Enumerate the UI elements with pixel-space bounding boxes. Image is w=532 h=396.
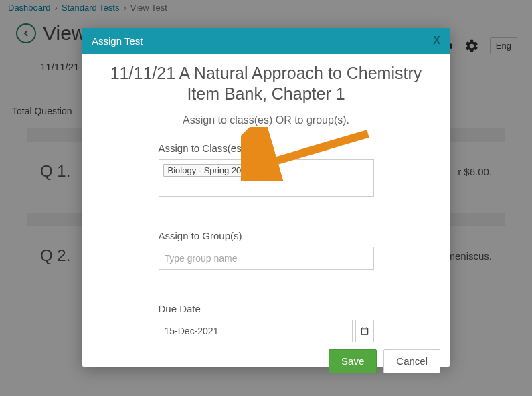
modal-title: 11/11/21 A Natural Approach to Chemistry… (94, 63, 438, 105)
assign-group-block: Assign to Group(s) (159, 230, 374, 270)
assign-test-modal: Assign Test X 11/11/21 A Natural Approac… (82, 28, 450, 367)
modal-body: 11/11/21 A Natural Approach to Chemistry… (82, 54, 450, 342)
class-tag-input[interactable]: Biology - Spring 2020 ✕ (159, 159, 374, 197)
calendar-button[interactable] (355, 320, 373, 342)
assign-class-block: Assign to Class(es) Biology - Spring 202… (159, 142, 374, 197)
cancel-button[interactable]: Cancel (383, 349, 440, 373)
modal-subtitle: Assign to class(es) OR to group(s). (183, 114, 349, 126)
due-date-label: Due Date (159, 303, 374, 314)
due-date-input[interactable] (159, 320, 353, 342)
remove-tag-icon[interactable]: ✕ (254, 165, 263, 175)
class-tag: Biology - Spring 2020 ✕ (163, 164, 265, 177)
due-date-block: Due Date (159, 303, 374, 342)
modal-header-title: Assign Test (92, 35, 143, 47)
modal-footer: Save Cancel (82, 342, 450, 383)
group-name-input[interactable] (159, 247, 374, 270)
calendar-icon (360, 326, 369, 336)
close-icon[interactable]: X (433, 35, 440, 47)
modal-header: Assign Test X (82, 28, 450, 54)
class-tag-text: Biology - Spring 2020 (168, 165, 251, 175)
save-button[interactable]: Save (329, 349, 377, 373)
assign-class-label: Assign to Class(es) (159, 142, 374, 154)
assign-group-label: Assign to Group(s) (159, 230, 374, 241)
